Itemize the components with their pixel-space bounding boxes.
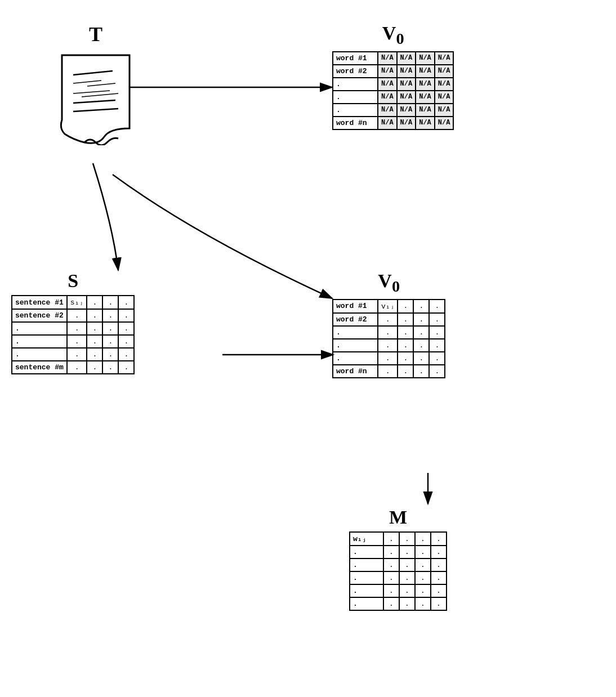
m-section: M w₁ⱼ............................. [349, 507, 447, 611]
v0-bottom-section: V0 word #1v₁ⱼ...word #2.................… [332, 270, 445, 378]
v0-top-table: word #1N/AN/AN/AN/Aword #2N/AN/AN/AN/A.N… [332, 51, 454, 130]
s-section: S sentence #1s₁ⱼ...sentence #2..........… [11, 270, 135, 374]
document-icon [56, 50, 135, 145]
document-T: T [56, 23, 135, 145]
arrow-T-to-S [93, 163, 118, 270]
S-label: S [11, 270, 135, 292]
m-table: w₁ⱼ............................. [349, 531, 447, 611]
M-label: M [349, 507, 447, 528]
arrow-T-to-V0bottom [113, 175, 332, 298]
v0-top-label: V0 [332, 23, 454, 48]
v0-bottom-label: V0 [332, 270, 445, 296]
v0-bottom-table: word #1v₁ⱼ...word #2...................w… [332, 299, 445, 378]
v0-top-section: V0 word #1N/AN/AN/AN/Aword #2N/AN/AN/AN/… [332, 23, 454, 130]
T-label: T [89, 23, 102, 46]
diagram-container: T V0 word #1N/AN/AN/AN/Aword #2N/AN/AN/A… [0, 0, 616, 697]
s-table: sentence #1s₁ⱼ...sentence #2............… [11, 295, 135, 374]
